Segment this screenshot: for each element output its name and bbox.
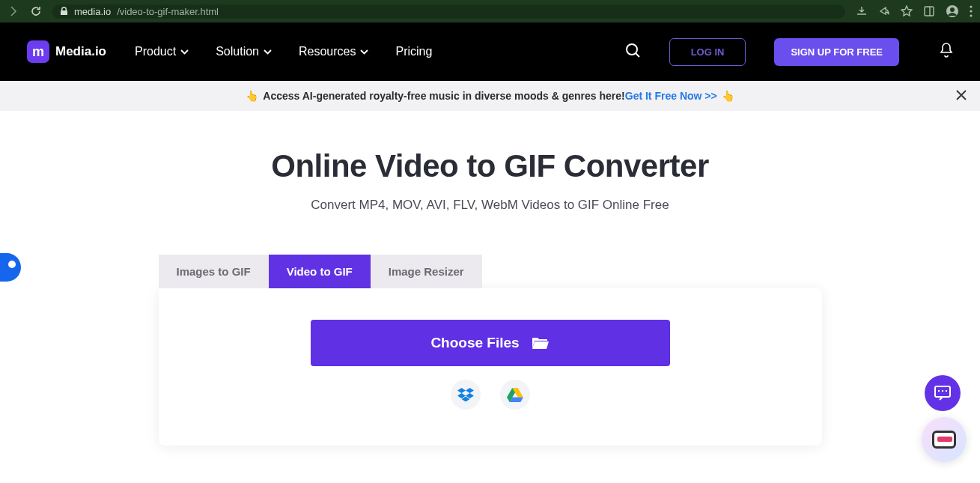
svg-point-6: [627, 44, 637, 55]
promo-bar: 👆 Access AI-generated royalty-free music…: [0, 81, 980, 111]
dropbox-button[interactable]: [451, 380, 481, 410]
login-button[interactable]: LOG IN: [669, 38, 746, 66]
browser-actions: [856, 4, 973, 18]
search-icon: [624, 42, 641, 58]
promo-text: Access AI-generated royalty-free music i…: [263, 90, 624, 102]
bell-icon: [940, 43, 953, 58]
chat-fab[interactable]: [925, 375, 961, 411]
logo-text: Media.io: [55, 44, 106, 59]
profile-icon[interactable]: [946, 4, 959, 18]
page-subtitle: Convert MP4, MOV, AVI, FLV, WebM Videos …: [0, 198, 980, 213]
reload-icon[interactable]: [30, 5, 42, 17]
main-content: Online Video to GIF Converter Convert MP…: [0, 111, 980, 446]
tab-video-to-gif[interactable]: Video to GIF: [269, 255, 371, 288]
svg-point-3: [970, 5, 972, 7]
folder-open-icon: [532, 335, 550, 350]
tab-image-resizer[interactable]: Image Resizer: [371, 255, 482, 288]
tab-images-to-gif[interactable]: Images to GIF: [159, 255, 269, 288]
upload-panel: Choose Files: [159, 288, 822, 446]
signup-button[interactable]: SIGN UP FOR FREE: [774, 38, 899, 66]
choose-files-button[interactable]: Choose Files: [311, 320, 670, 366]
kebab-menu-icon[interactable]: [970, 5, 973, 17]
panel-icon[interactable]: [923, 5, 935, 17]
assistant-fab[interactable]: [922, 417, 967, 462]
chevron-down-icon: [264, 49, 272, 55]
svg-point-5: [970, 14, 972, 16]
star-icon[interactable]: [901, 5, 913, 17]
close-icon: [956, 90, 967, 100]
notifications-button[interactable]: [940, 43, 953, 61]
choose-files-label: Choose Files: [430, 335, 519, 351]
svg-rect-0: [925, 7, 934, 16]
promo-close-button[interactable]: [956, 88, 967, 104]
assistant-icon: [932, 431, 956, 449]
point-icon: 👆: [246, 90, 258, 102]
url-bar[interactable]: media.io/video-to-gif-maker.html: [52, 4, 845, 19]
chevron-down-icon: [180, 49, 189, 55]
nav-pricing[interactable]: Pricing: [395, 45, 432, 58]
browser-toolbar: media.io/video-to-gif-maker.html: [0, 0, 980, 22]
cloud-sources: [159, 380, 822, 410]
chevron-down-icon: [360, 49, 368, 55]
svg-point-4: [970, 10, 972, 12]
google-drive-icon: [507, 388, 523, 402]
search-button[interactable]: [624, 42, 641, 61]
svg-point-2: [950, 7, 955, 12]
logo[interactable]: m Media.io: [27, 40, 106, 63]
logo-icon: m: [27, 40, 49, 63]
dropbox-icon: [457, 388, 474, 401]
main-nav: Product Solution Resources Pricing: [135, 45, 432, 58]
google-drive-button[interactable]: [500, 380, 530, 410]
promo-cta-link[interactable]: Get It Free Now >>: [625, 90, 717, 102]
tool-tabs: Images to GIF Video to GIF Image Resizer: [159, 255, 822, 288]
nav-product[interactable]: Product: [135, 45, 189, 58]
forward-arrow-icon[interactable]: [7, 5, 19, 17]
url-path: /video-to-gif-maker.html: [117, 6, 219, 17]
download-icon[interactable]: [856, 5, 868, 17]
nav-solution[interactable]: Solution: [216, 45, 272, 58]
point-icon: 👆: [722, 90, 734, 102]
chat-icon: [934, 385, 952, 401]
nav-resources[interactable]: Resources: [299, 45, 368, 58]
lock-icon: [60, 7, 68, 16]
url-host: media.io: [74, 6, 111, 17]
page-title: Online Video to GIF Converter: [0, 148, 980, 184]
share-icon[interactable]: [878, 5, 890, 17]
site-header: m Media.io Product Solution Resources Pr…: [0, 22, 980, 81]
